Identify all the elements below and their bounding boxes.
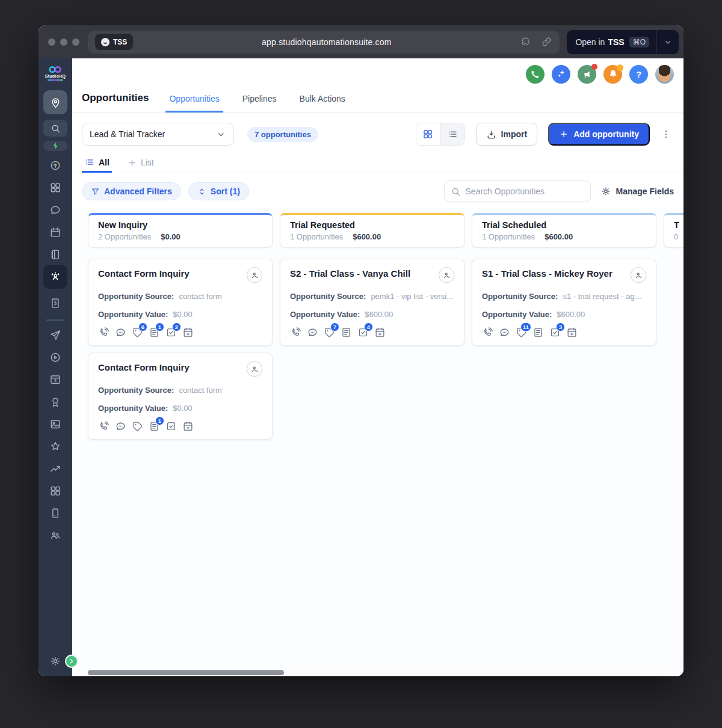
user-avatar[interactable] <box>655 65 674 84</box>
sidebar-item-dashboard[interactable] <box>43 180 67 196</box>
sidebar-item-opportunities[interactable] <box>43 265 67 289</box>
sidebar-item-conversations[interactable] <box>43 202 67 218</box>
tab-bulk-actions[interactable]: Bulk Actions <box>296 94 349 113</box>
tags-icon[interactable]: 7 <box>324 327 335 338</box>
sidebar-item-marketing[interactable] <box>43 327 67 343</box>
page-title: Opportunities <box>82 92 149 113</box>
calendar-add-icon[interactable] <box>182 327 194 338</box>
tasks-icon[interactable]: 3 <box>549 327 561 338</box>
opportunity-card[interactable]: Contact Form Inquiry Opportunity Source:… <box>88 259 273 346</box>
sidebar-item-automation[interactable] <box>43 350 67 365</box>
sidebar-item-communities[interactable] <box>43 528 67 543</box>
grid-view-icon <box>422 129 433 140</box>
tags-icon[interactable]: 6 <box>132 327 143 338</box>
copy-link-icon[interactable] <box>541 36 552 48</box>
tasks-icon[interactable]: 4 <box>357 327 369 338</box>
message-icon[interactable] <box>115 327 126 338</box>
help-button[interactable]: ? <box>629 65 648 84</box>
sidebar-search-button[interactable] <box>43 120 67 137</box>
calendar-add-icon[interactable] <box>566 327 578 338</box>
sort-button[interactable]: Sort (1) <box>188 182 249 200</box>
sidebar-item-media[interactable] <box>43 416 67 432</box>
manage-fields-button[interactable]: Manage Fields <box>600 186 674 197</box>
call-icon[interactable] <box>98 421 110 432</box>
sidebar-divider <box>46 319 64 321</box>
import-button[interactable]: Import <box>476 123 538 146</box>
message-icon[interactable] <box>499 327 510 338</box>
url-text[interactable]: app.studiohqautomationsuite.com <box>133 37 520 47</box>
app-logo[interactable]: StudioHQ <box>42 66 69 81</box>
kanban-board: New Inquiry 2 Opportunities $0.00 Contac… <box>72 208 683 676</box>
minimize-window-button[interactable] <box>60 39 67 46</box>
tasks-icon[interactable]: 2 <box>165 327 177 338</box>
open-in-app-button[interactable]: Open in TSS ⌘O <box>567 30 679 54</box>
call-icon[interactable] <box>482 327 493 338</box>
zoom-window-button[interactable] <box>72 39 79 46</box>
sidebar-item-mobile[interactable] <box>43 505 67 521</box>
sidebar-item-reporting[interactable] <box>43 461 67 477</box>
sidebar-item-payments[interactable] <box>43 295 67 311</box>
address-bar[interactable]: TSS app.studiohqautomationsuite.com <box>88 31 560 54</box>
mobile-phone-icon <box>49 507 61 519</box>
notes-icon[interactable] <box>341 327 352 338</box>
assign-owner-button[interactable] <box>631 267 646 283</box>
message-icon[interactable] <box>307 327 318 338</box>
calendar-add-icon[interactable] <box>182 421 194 432</box>
add-list-tab-button[interactable]: List <box>125 158 156 173</box>
announcements-button[interactable] <box>578 65 596 84</box>
notifications-button[interactable] <box>603 65 622 84</box>
column-name: Trial Scheduled <box>482 220 646 230</box>
notes-icon[interactable] <box>532 327 544 338</box>
notes-icon[interactable]: 1 <box>149 421 160 432</box>
tasks-icon[interactable] <box>165 421 177 432</box>
grid-view-button[interactable] <box>416 123 440 145</box>
horizontal-scrollbar-thumb[interactable] <box>88 670 284 675</box>
sidebar-item-memberships[interactable] <box>43 394 67 410</box>
horizontal-scrollbar-track[interactable] <box>72 669 683 676</box>
tags-icon[interactable] <box>132 421 143 432</box>
extension-badge[interactable]: TSS <box>95 34 133 50</box>
message-icon[interactable] <box>115 421 126 432</box>
window-controls <box>48 39 79 46</box>
calendar-add-icon[interactable] <box>374 327 386 338</box>
sidebar-item-settings[interactable] <box>43 653 67 669</box>
dialer-button[interactable] <box>526 65 545 84</box>
pipeline-select-value: Lead & Trial Tracker <box>90 129 216 139</box>
tags-icon[interactable]: 11 <box>516 327 527 338</box>
list-view-button[interactable] <box>440 123 464 145</box>
call-icon[interactable] <box>98 327 110 338</box>
sidebar-expand-button[interactable] <box>65 655 78 668</box>
advanced-filters-button[interactable]: Advanced Filters <box>82 182 181 200</box>
opportunity-card[interactable]: S1 - Trial Class - Mickey Royer Opportun… <box>472 259 656 346</box>
opportunity-card[interactable]: Contact Form Inquiry Opportunity Source:… <box>88 353 273 440</box>
pipeline-select[interactable]: Lead & Trial Tracker <box>82 123 234 146</box>
sidebar-item-location[interactable] <box>43 90 67 114</box>
add-opportunity-button[interactable]: Add opportunity <box>548 123 650 146</box>
browser-window: TSS app.studiohqautomationsuite.com Open… <box>39 25 683 676</box>
phone-icon <box>530 69 540 79</box>
chevron-right-icon <box>68 658 75 665</box>
tab-all[interactable]: All <box>82 157 112 173</box>
assign-owner-button[interactable] <box>247 361 262 377</box>
tab-opportunities[interactable]: Opportunities <box>165 94 223 113</box>
opportunity-card[interactable]: S2 - Trial Class - Vanya Chill Opportuni… <box>280 259 464 346</box>
extensions-icon[interactable] <box>520 36 531 48</box>
notes-icon[interactable]: 1 <box>149 327 160 338</box>
sidebar-item-contacts[interactable] <box>43 247 67 262</box>
sidebar-quick-actions-button[interactable] <box>43 141 67 151</box>
sidebar-item-reputation[interactable] <box>43 439 67 454</box>
assign-owner-button[interactable] <box>439 267 454 283</box>
tab-pipelines[interactable]: Pipelines <box>239 94 280 113</box>
sidebar-item-sites[interactable] <box>43 372 67 387</box>
ai-assistant-button[interactable] <box>552 65 570 84</box>
assign-owner-button[interactable] <box>247 267 262 283</box>
close-window-button[interactable] <box>48 39 55 46</box>
logo-infinity-icon <box>47 66 64 73</box>
more-options-button[interactable] <box>658 126 674 142</box>
sidebar-item-calendars[interactable] <box>43 224 67 240</box>
call-icon[interactable] <box>290 327 301 338</box>
open-in-dropdown-button[interactable] <box>657 37 679 47</box>
search-opportunities-input[interactable] <box>466 187 584 196</box>
sidebar-item-launchpad[interactable] <box>43 158 67 173</box>
sidebar-item-app-marketplace[interactable] <box>43 483 67 499</box>
